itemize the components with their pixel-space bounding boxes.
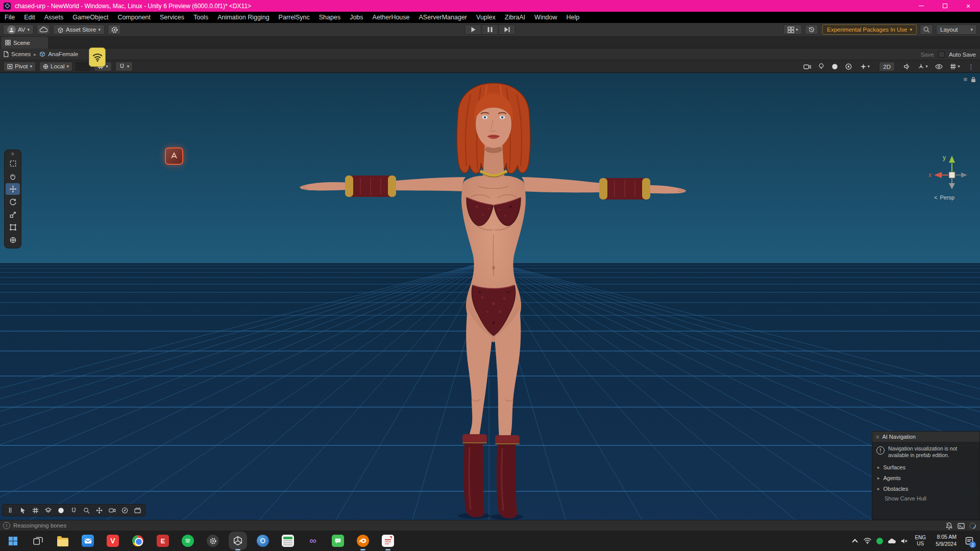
step-button[interactable] — [499, 24, 516, 35]
pivot-dropdown[interactable]: Pivot ▾ — [4, 62, 36, 71]
move-overlay-icon[interactable] — [94, 506, 105, 515]
lock-icon[interactable] — [971, 77, 976, 83]
version-control-button[interactable]: ▾ — [783, 24, 802, 35]
projection-toggle[interactable]: < Persp — [934, 194, 954, 201]
layout-dropdown[interactable]: Layout ▾ — [936, 24, 977, 35]
visual-studio-icon[interactable]: ∞ — [307, 535, 319, 547]
axis-x-cone[interactable] — [934, 172, 942, 178]
compass-overlay-icon[interactable] — [119, 506, 130, 515]
maximize-button[interactable] — [933, 0, 957, 12]
network-tray-icon[interactable] — [861, 531, 873, 551]
overlays-menu-button[interactable]: ⋮ — [965, 62, 977, 71]
chrome-browser-icon[interactable] — [132, 535, 144, 547]
save-button[interactable]: Save — [921, 52, 934, 58]
scene-viewport[interactable]: ≡ y x < Persp — [0, 73, 980, 520]
unity-editor-taskbar-icon[interactable] — [232, 535, 244, 547]
clock[interactable]: 8:05 AM 5/9/2024 — [930, 534, 962, 547]
hub-app-icon[interactable] — [257, 535, 269, 547]
notes-app-icon[interactable] — [282, 535, 294, 547]
unity-docs-icon[interactable] — [382, 535, 394, 547]
cloud-button[interactable] — [37, 24, 50, 35]
menu-item[interactable]: AetherHouse — [368, 12, 414, 23]
search-button[interactable] — [920, 24, 933, 35]
file-explorer-icon[interactable] — [57, 535, 69, 547]
orientation-gizmo[interactable]: y x < Persp — [927, 149, 977, 206]
menu-item[interactable]: GameObject — [68, 12, 113, 23]
camera-settings-button[interactable] — [801, 62, 813, 71]
chat-app-icon[interactable] — [332, 535, 344, 547]
axis-y-cone[interactable] — [949, 156, 955, 163]
gizmos-dropdown[interactable]: ▾ — [915, 62, 931, 71]
hand-tool-button[interactable] — [6, 170, 20, 182]
menu-item[interactable]: Tools — [189, 12, 213, 23]
undo-history-button[interactable] — [805, 24, 818, 35]
snap-increment-field[interactable] — [75, 62, 90, 71]
2d-toggle[interactable]: 2D — [879, 62, 895, 71]
ai-navigation-foldout[interactable]: ▸ Obstacles — [872, 484, 979, 494]
pause-button[interactable] — [482, 24, 499, 35]
axis-neg-x-cone[interactable] — [961, 172, 967, 178]
spotify-tray-icon[interactable] — [873, 531, 886, 551]
effects-dropdown[interactable]: ▾ — [856, 62, 873, 71]
scene-visibility-toggle[interactable] — [933, 62, 945, 71]
tab-scene[interactable]: Scene — [1, 37, 48, 48]
audio-toggle[interactable] — [901, 62, 913, 71]
show-carve-hull-item[interactable]: Show Carve Hull — [872, 494, 979, 502]
snap-settings-dropdown[interactable]: ▾ — [115, 62, 133, 71]
menu-item[interactable]: Help — [562, 12, 584, 23]
menu-item[interactable]: Component — [113, 12, 155, 23]
move-tool-button[interactable] — [6, 183, 20, 195]
console-icon[interactable] — [958, 523, 965, 529]
breadcrumb-scenes[interactable]: Scenes — [0, 51, 34, 57]
axis-neg-y-cone[interactable] — [949, 183, 955, 189]
onedrive-tray-icon[interactable] — [886, 531, 898, 551]
blender-icon[interactable] — [357, 535, 369, 547]
sphere-overlay-icon[interactable] — [56, 506, 66, 515]
local-dropdown[interactable]: Local ▾ — [39, 62, 72, 71]
settings-app-icon[interactable] — [207, 535, 219, 547]
rotate-tool-button[interactable] — [6, 196, 20, 208]
menu-item[interactable]: Animation Rigging — [213, 12, 274, 23]
tools-grip-handle[interactable]: ≡ — [11, 152, 14, 157]
menu-item[interactable]: Services — [155, 12, 189, 23]
menu-item[interactable]: AServerManager — [414, 12, 472, 23]
strip-grip-handle[interactable] — [5, 506, 15, 515]
ai-navigation-foldout[interactable]: ▸ Surfaces — [872, 462, 979, 473]
account-dropdown[interactable]: AV ▾ — [3, 24, 34, 35]
skybox-toggle[interactable] — [829, 62, 841, 71]
menu-item[interactable]: Vuplex — [472, 12, 500, 23]
transform-tool-button[interactable] — [6, 234, 20, 246]
breadcrumb-prefab[interactable]: AnaFemale — [36, 51, 81, 57]
notification-center-button[interactable]: 2 — [962, 531, 977, 551]
menu-item[interactable]: Edit — [19, 12, 40, 23]
clapper-overlay-icon[interactable] — [132, 506, 143, 515]
wifi-gameobject-icon[interactable] — [89, 47, 106, 67]
grid-overlay-icon[interactable] — [30, 506, 41, 515]
menu-item[interactable]: ParrelSync — [274, 12, 314, 23]
reflection-probe-gizmo-icon[interactable] — [165, 147, 183, 165]
menu-item[interactable]: Shapes — [314, 12, 345, 23]
spotify-icon[interactable] — [182, 535, 194, 547]
menu-item[interactable]: ZibraAI — [500, 12, 530, 23]
search-overlay-icon[interactable] — [81, 506, 92, 515]
experimental-packages-dropdown[interactable]: Experimental Packages In Use ▾ — [822, 24, 917, 35]
menu-item[interactable]: File — [0, 12, 19, 23]
mail-app-icon[interactable] — [82, 535, 94, 547]
scale-tool-button[interactable] — [6, 209, 20, 220]
axis-center-cube[interactable] — [949, 172, 955, 178]
autosave-checkbox[interactable] — [938, 51, 945, 58]
gear-button[interactable] — [108, 24, 121, 35]
volume-muted-icon[interactable] — [898, 531, 910, 551]
grid-visibility-dropdown[interactable]: ▾ — [947, 62, 963, 71]
rect-tool-button[interactable] — [6, 221, 20, 233]
view-tool-button[interactable] — [6, 158, 20, 169]
play-button[interactable] — [465, 24, 482, 35]
menu-item[interactable]: Assets — [40, 12, 68, 23]
fog-toggle[interactable] — [843, 62, 854, 71]
menu-item[interactable]: Jobs — [345, 12, 368, 23]
ezgif-app-icon[interactable]: E — [157, 535, 169, 547]
start-button[interactable] — [7, 535, 19, 547]
minimize-button[interactable] — [910, 0, 933, 12]
language-indicator[interactable]: ENG US — [910, 535, 930, 547]
layers-overlay-icon[interactable] — [43, 506, 54, 515]
